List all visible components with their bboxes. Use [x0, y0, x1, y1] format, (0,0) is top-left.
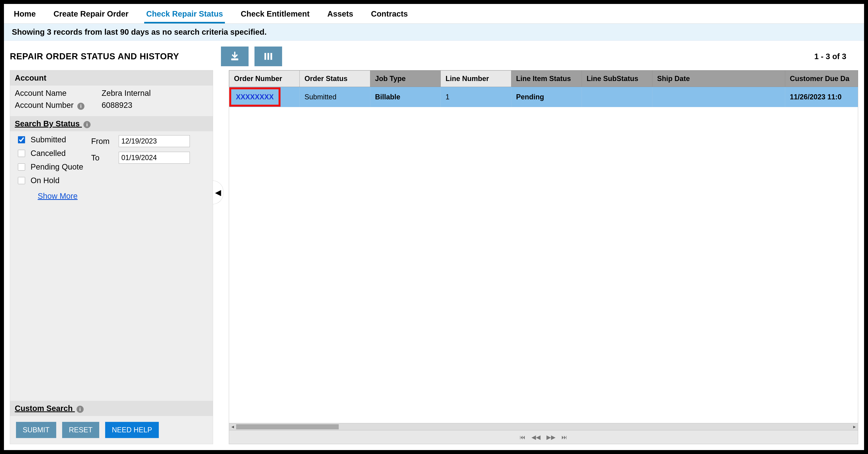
- checkbox-on-hold[interactable]: [18, 177, 25, 184]
- info-banner: Showing 3 records from last 90 days as n…: [4, 24, 864, 41]
- order-number-link[interactable]: XXXXXXXX: [236, 93, 274, 101]
- account-heading: Account: [10, 70, 213, 86]
- show-more-link[interactable]: Show More: [38, 192, 83, 200]
- col-customer-due-date[interactable]: Customer Due Da: [785, 71, 858, 87]
- tab-home[interactable]: Home: [12, 4, 38, 24]
- cell-job-type: Billable: [370, 87, 440, 107]
- col-line-item-status[interactable]: Line Item Status: [511, 71, 582, 87]
- tab-check-entitlement[interactable]: Check Entitlement: [239, 4, 311, 24]
- from-date-input[interactable]: [119, 135, 190, 147]
- info-icon[interactable]: i: [76, 406, 84, 413]
- status-cancelled[interactable]: Cancelled: [18, 149, 83, 158]
- col-order-status[interactable]: Order Status: [300, 71, 370, 87]
- cell-line-item-status: Pending: [511, 87, 582, 107]
- custom-search-heading: Custom Search i: [10, 401, 213, 416]
- collapse-sidebar-button[interactable]: ◀: [213, 181, 223, 204]
- checkbox-submitted[interactable]: [18, 136, 25, 143]
- info-icon[interactable]: i: [84, 121, 91, 128]
- results-table: Order Number Order Status Job Type Line …: [229, 70, 858, 107]
- cell-line-substatus: [582, 87, 652, 107]
- horizontal-scrollbar[interactable]: ◂ ▸: [229, 423, 858, 430]
- scrollbar-thumb[interactable]: [236, 424, 339, 429]
- account-name-value: Zebra Internal: [102, 89, 151, 98]
- submit-button[interactable]: SUBMIT: [16, 422, 56, 438]
- order-number-highlight: XXXXXXXX: [229, 87, 281, 107]
- to-date-input[interactable]: [119, 152, 190, 164]
- download-icon: [229, 51, 240, 62]
- need-help-button[interactable]: NEED HELP: [105, 422, 159, 438]
- pager-last-icon[interactable]: ⏭: [561, 434, 567, 441]
- status-submitted[interactable]: Submitted: [18, 135, 83, 144]
- filter-sidebar: Account Account Name Zebra Internal Acco…: [10, 70, 213, 444]
- columns-icon: [263, 51, 273, 62]
- cell-ship-date: [652, 87, 785, 107]
- chevron-left-icon: ◀: [215, 188, 221, 197]
- svg-rect-2: [268, 53, 269, 60]
- table-row[interactable]: XXXXXXXX Submitted Billable 1 Pending 11…: [229, 87, 858, 107]
- results-table-wrap: Order Number Order Status Job Type Line …: [229, 70, 858, 444]
- status-pending-quote-label: Pending Quote: [31, 162, 83, 171]
- checkbox-pending-quote[interactable]: [18, 163, 25, 170]
- status-on-hold[interactable]: On Hold: [18, 176, 83, 185]
- col-line-number[interactable]: Line Number: [441, 71, 511, 87]
- scroll-left-icon[interactable]: ◂: [229, 424, 236, 430]
- pager: ⏮ ◀◀ ▶▶ ⏭: [229, 430, 858, 444]
- col-line-substatus[interactable]: Line SubStatus: [582, 71, 652, 87]
- table-header-row: Order Number Order Status Job Type Line …: [229, 71, 858, 87]
- cell-order-status: Submitted: [300, 87, 370, 107]
- status-cancelled-label: Cancelled: [31, 149, 66, 158]
- status-submitted-label: Submitted: [31, 135, 66, 144]
- checkbox-cancelled[interactable]: [18, 150, 25, 157]
- col-order-number[interactable]: Order Number: [229, 71, 300, 87]
- tab-contracts[interactable]: Contracts: [369, 4, 410, 24]
- col-ship-date[interactable]: Ship Date: [652, 71, 785, 87]
- cell-line-number: 1: [441, 87, 511, 107]
- search-by-status-heading: Search By Status i: [10, 116, 213, 131]
- to-label: To: [91, 153, 115, 162]
- cell-customer-due-date: 11/26/2023 11:0: [785, 87, 858, 107]
- svg-rect-0: [231, 59, 238, 60]
- download-button[interactable]: [221, 46, 249, 66]
- svg-rect-3: [271, 53, 272, 60]
- records-range: 1 - 3 of 3: [814, 52, 846, 61]
- info-icon[interactable]: i: [77, 103, 85, 110]
- svg-rect-1: [265, 53, 266, 60]
- status-pending-quote[interactable]: Pending Quote: [18, 162, 83, 171]
- from-label: From: [91, 137, 115, 146]
- reset-button[interactable]: RESET: [62, 422, 99, 438]
- account-number-value: 6088923: [102, 101, 132, 109]
- scroll-right-icon[interactable]: ▸: [851, 424, 858, 430]
- page-title: REPAIR ORDER STATUS AND HISTORY: [10, 52, 221, 61]
- account-name-label: Account Name: [15, 89, 102, 98]
- account-number-label: Account Number i: [15, 101, 102, 110]
- tab-assets[interactable]: Assets: [325, 4, 355, 24]
- tab-check-repair-status[interactable]: Check Repair Status: [144, 4, 225, 24]
- pager-next-icon[interactable]: ▶▶: [547, 434, 556, 441]
- col-job-type[interactable]: Job Type: [370, 71, 440, 87]
- pager-first-icon[interactable]: ⏮: [520, 434, 526, 441]
- columns-button[interactable]: [254, 46, 282, 66]
- table-scroll[interactable]: Order Number Order Status Job Type Line …: [229, 70, 858, 423]
- pager-prev-icon[interactable]: ◀◀: [531, 434, 540, 441]
- tab-create-repair-order[interactable]: Create Repair Order: [52, 4, 130, 24]
- status-on-hold-label: On Hold: [31, 176, 60, 185]
- tab-bar: Home Create Repair Order Check Repair St…: [4, 4, 864, 24]
